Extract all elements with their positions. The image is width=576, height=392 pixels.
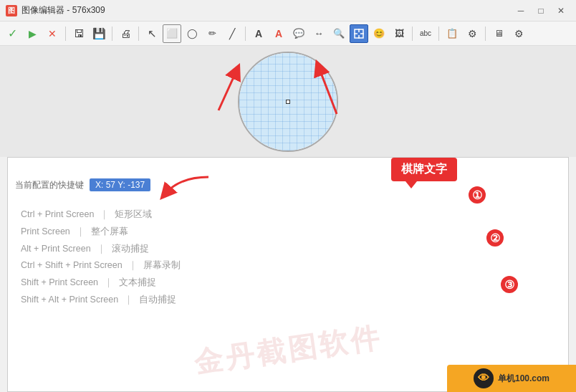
text2-button[interactable]: A: [269, 24, 288, 43]
main-area: 棋牌文字 ① ② ③ 当前配置的快捷键 X: 57 Y: -137 Ctrl +…: [0, 46, 576, 392]
close-button[interactable]: ✕: [552, 4, 570, 18]
minimize-button[interactable]: ─: [512, 4, 530, 18]
circle-1: ①: [469, 186, 486, 204]
separator-4: [245, 27, 246, 41]
pen-button[interactable]: ✏: [203, 24, 221, 43]
shortcut-list: Ctrl + Print Screen ｜ 矩形区域 Print Screen …: [8, 201, 193, 315]
abc-button[interactable]: abc: [416, 24, 435, 43]
print-button[interactable]: 🖨: [116, 24, 135, 43]
capture-button[interactable]: [350, 24, 368, 43]
separator-5: [412, 27, 413, 41]
settings-button[interactable]: ⚙: [463, 24, 481, 43]
cancel-button[interactable]: ✕: [43, 24, 62, 43]
zoom-button[interactable]: 🔍: [330, 24, 348, 43]
shortcut-ctrl-shift-print: Ctrl + Shift + Print Screen ｜ 屏幕录制: [21, 257, 181, 274]
text-button[interactable]: A: [249, 24, 268, 43]
separator-6: [438, 27, 439, 41]
toolbar: ✓ ▶ ✕ 🖫 💾 🖨 ↖ ⬜ ◯ ✏ ╱ A A 💬 ↔ 🔍 😊 🖼 abc …: [0, 21, 576, 46]
paste-button[interactable]: 📋: [443, 24, 461, 43]
logo-text: 单机100.com: [498, 373, 549, 385]
bottom-bar: 👁 单机100.com: [447, 365, 576, 392]
ellipse-sel-button[interactable]: ◯: [183, 24, 201, 43]
separator-1: [65, 27, 66, 41]
separator-3: [138, 27, 139, 41]
coord-box: X: 57 Y: -137: [90, 178, 150, 191]
shortcut-alt-print: Alt + Print Screen ｜ 滚动捕捉: [21, 241, 181, 258]
app-icon: 图: [6, 5, 17, 16]
window-title: 图像编辑器 - 576x309: [21, 4, 105, 16]
shortcut-print: Print Screen ｜ 整个屏幕: [21, 224, 181, 241]
canvas-top: [0, 46, 576, 157]
zoom-cursor: [286, 100, 290, 104]
separator-7: [485, 27, 486, 41]
img-button[interactable]: 🖼: [390, 24, 408, 43]
emoji-button[interactable]: 😊: [370, 24, 388, 43]
maximize-button[interactable]: □: [532, 4, 550, 18]
shortcut-shift-print: Shift + Print Screen ｜ 文本捕捉: [21, 274, 181, 292]
circle-2: ②: [486, 229, 504, 247]
play-button[interactable]: ▶: [23, 24, 42, 43]
bubble-button[interactable]: 💬: [289, 24, 308, 43]
check-button[interactable]: ✓: [3, 24, 21, 43]
save-button[interactable]: 🖫: [69, 24, 88, 43]
logo-icon: 👁: [474, 368, 494, 388]
measure-button[interactable]: ↔: [309, 24, 328, 43]
separator-2: [112, 27, 112, 41]
window-controls: ─ □ ✕: [512, 4, 570, 18]
shortcut-ctrl-print: Ctrl + Print Screen ｜ 矩形区域: [21, 206, 181, 224]
zoom-circle: [238, 52, 338, 152]
editor-canvas[interactable]: 棋牌文字 ① ② ③ 当前配置的快捷键 X: 57 Y: -137 Ctrl +…: [7, 157, 569, 392]
capture-icon: [354, 29, 364, 39]
monitor-button[interactable]: 🖥: [489, 24, 508, 43]
title-bar: 图 图像编辑器 - 576x309 ─ □ ✕: [0, 0, 576, 21]
rect-sel-button[interactable]: ⬜: [163, 24, 181, 43]
save2-button[interactable]: 💾: [90, 24, 108, 43]
svg-line-6: [219, 71, 236, 110]
circle-3: ③: [501, 276, 518, 293]
status-label: 当前配置的快捷键: [15, 179, 84, 191]
line-button[interactable]: ╱: [223, 24, 241, 43]
title-left: 图 图像编辑器 - 576x309: [6, 4, 105, 16]
tooltip-bubble: 棋牌文字: [391, 158, 457, 181]
cursor-button[interactable]: ↖: [143, 24, 161, 43]
shortcut-shift-alt-print: Shift + Alt + Print Screen ｜ 自动捕捉: [21, 292, 181, 309]
gear2-button[interactable]: ⚙: [509, 24, 528, 43]
